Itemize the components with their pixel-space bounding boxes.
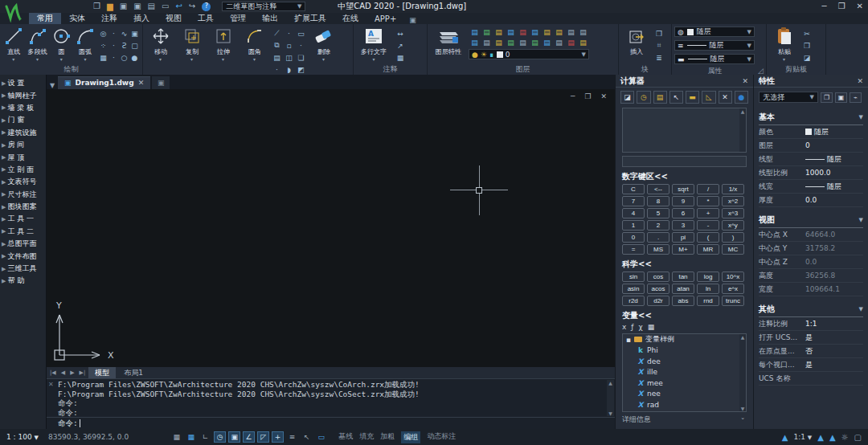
calc-key-2[interactable]: 2 [647, 220, 669, 231]
variable-row[interactable]: Xdee [623, 356, 746, 367]
section-header[interactable]: 基本▼ [759, 112, 863, 125]
draw-tool-icon[interactable]: Ƨ [119, 39, 129, 51]
doc-minimize-button[interactable]: ─ [571, 92, 575, 100]
calculator-input[interactable] [622, 156, 747, 167]
calc-key-r2d[interactable]: r2d [622, 296, 645, 306]
layer-tool-icon[interactable]: ▤ [493, 37, 505, 47]
sidebar-item-1[interactable]: ▶设 置 [0, 77, 46, 89]
modify-tool-icon[interactable]: · [295, 39, 307, 51]
sidebar-item-16[interactable]: ▶三维工具 [0, 263, 46, 275]
ribbon-tab-9[interactable]: 扩展工具 [286, 13, 334, 24]
calc-key-0[interactable]: 0 [622, 232, 645, 243]
line-button[interactable]: 直线▾ [2, 26, 25, 61]
property-value[interactable]: 是 [805, 333, 863, 343]
property-value[interactable]: 0.0 [805, 258, 863, 266]
calc-key-<--[interactable]: <-- [647, 184, 669, 194]
property-value[interactable]: 随层 [805, 154, 863, 165]
draw-tool-icon[interactable]: ◎ [98, 27, 108, 39]
modify-tool-icon[interactable]: ❏ [295, 51, 307, 63]
sidebar-item-6[interactable]: ▶房 间 [0, 139, 46, 151]
property-value[interactable]: 64664.0 [805, 231, 863, 239]
polar-snap-icon[interactable]: ◸ [257, 431, 269, 443]
redo-icon[interactable]: ↪ [189, 1, 195, 12]
calc-key-6[interactable]: 6 [672, 208, 694, 218]
modify-tool-icon[interactable]: ⟋ [271, 27, 283, 39]
modify-tool-icon[interactable]: ◩ [295, 63, 307, 76]
sidebar-item-9[interactable]: ▶文表符号 [0, 176, 46, 188]
layer-dropdown[interactable]: ● ☀ ∎ 0 ▼ [469, 49, 589, 59]
toggle-填充[interactable]: 填充 [359, 431, 374, 443]
calc-key-rnd[interactable]: rnd [697, 296, 719, 306]
command-scrollbar[interactable]: ▲▼ [607, 380, 614, 416]
grid-display-icon[interactable]: ▦ [170, 431, 182, 443]
snap-grid-icon[interactable]: ▦ [185, 431, 197, 443]
clear-icon[interactable]: ◪ [620, 91, 634, 104]
doc-restore-button[interactable]: ❐ [584, 92, 591, 100]
annotation-scale-icon[interactable]: ▲ [782, 433, 788, 442]
copy-button[interactable]: 复制▾ [177, 26, 207, 61]
calc-key-.[interactable]: . [647, 232, 669, 243]
monitor-icon[interactable]: ▭ [315, 431, 327, 443]
calc-key-8[interactable]: 8 [647, 196, 669, 206]
object-color-dropdown[interactable]: ◍随层▼ [674, 27, 755, 37]
prev-tab-icon[interactable]: ◀ [59, 369, 67, 376]
calc-key-x^3[interactable]: x^3 [722, 208, 744, 218]
draw-tool-icon[interactable]: ○ [119, 51, 129, 63]
calc-key-MS[interactable]: MS [647, 244, 669, 255]
ribbon-tab-8[interactable]: 输出 [254, 13, 286, 24]
calc-key-abs[interactable]: abs [672, 296, 694, 306]
modify-tool-icon[interactable]: · [283, 27, 295, 39]
layer-tool-icon[interactable]: ▤ [469, 27, 481, 37]
sidebar-item-3[interactable]: ▶墙 梁 板 [0, 102, 46, 114]
property-value[interactable]: 随层 [805, 182, 863, 192]
paste-value-icon[interactable]: ▤ [653, 91, 667, 104]
variables-section-label[interactable]: 变量<< [616, 306, 753, 321]
modify-tool-icon[interactable]: ▫ [283, 39, 295, 51]
calc-key-ln[interactable]: ln [697, 284, 719, 294]
calc-key-10^x[interactable]: 10^x [722, 271, 744, 282]
calc-key-tan[interactable]: tan [672, 271, 694, 282]
calc-key-3[interactable]: 3 [672, 220, 694, 231]
variable-row[interactable]: Xille [623, 367, 746, 378]
annotate-tool-icon[interactable]: ↔ [393, 27, 407, 39]
layer-tool-icon[interactable]: ▤ [493, 27, 505, 37]
settings-gear-icon[interactable]: ☼ [841, 433, 849, 442]
draw-tool-icon[interactable]: ▦ [98, 51, 108, 63]
panel-toggle-icon[interactable]: ▣ [409, 16, 416, 24]
layer-tool-icon[interactable]: ▤ [505, 27, 517, 37]
block-tool-icon[interactable]: ❐ [653, 27, 665, 39]
calculator-close-icon[interactable]: ✕ [742, 77, 748, 85]
calc-key-1/x[interactable]: 1/x [722, 184, 744, 194]
property-value[interactable]: 否 [805, 346, 863, 357]
variable-row[interactable]: kPhi [623, 345, 746, 357]
section-header[interactable]: 视图▼ [759, 214, 863, 228]
calc-key-4[interactable]: 4 [622, 208, 645, 218]
variables-toolbar-icon-4[interactable]: ▦ [648, 323, 655, 331]
calc-key-1[interactable]: 1 [622, 220, 645, 231]
tab-list-dropdown[interactable]: ▼ [47, 82, 58, 89]
tab-close-icon[interactable]: ✕ [138, 79, 145, 87]
draw-tool-icon[interactable]: ● [129, 51, 140, 63]
properties-close-icon[interactable]: ✕ [857, 77, 863, 85]
layer-tool-icon[interactable]: ▤ [505, 37, 517, 47]
property-value[interactable]: 随层 [805, 127, 863, 137]
layer-tool-icon[interactable]: ▤ [469, 37, 481, 47]
sidebar-item-7[interactable]: ▶屋 顶 [0, 151, 46, 163]
osnap-icon[interactable]: ▣ [228, 431, 240, 443]
layer-tool-icon[interactable]: ▤ [541, 27, 553, 37]
document-tab[interactable]: ▣ Drawing1.dwg ✕ [58, 76, 150, 89]
variables-toolbar-icon-1[interactable]: x [622, 323, 626, 331]
layer-tool-icon[interactable]: ▤ [529, 27, 541, 37]
calc-key-5[interactable]: 5 [647, 208, 669, 218]
drawing-canvas[interactable]: ─ ❐ ✕ Y X [47, 89, 615, 367]
calc-key-e^x[interactable]: e^x [722, 284, 744, 294]
annotate-tool-icon[interactable]: ▦ [393, 51, 407, 63]
layer-tool-icon[interactable]: ▤ [481, 37, 493, 47]
ribbon-tab-5[interactable]: 视图 [158, 13, 190, 24]
new-file-icon[interactable]: ❐ [93, 1, 100, 12]
modify-tool-icon[interactable]: · [271, 63, 283, 76]
clipboard-tool-icon[interactable]: ✂ [800, 27, 813, 39]
ribbon-tab-6[interactable]: 工具 [190, 13, 222, 24]
variables-toolbar-icon-2[interactable]: ƒ [631, 323, 633, 331]
calc-key-d2r[interactable]: d2r [647, 296, 669, 306]
